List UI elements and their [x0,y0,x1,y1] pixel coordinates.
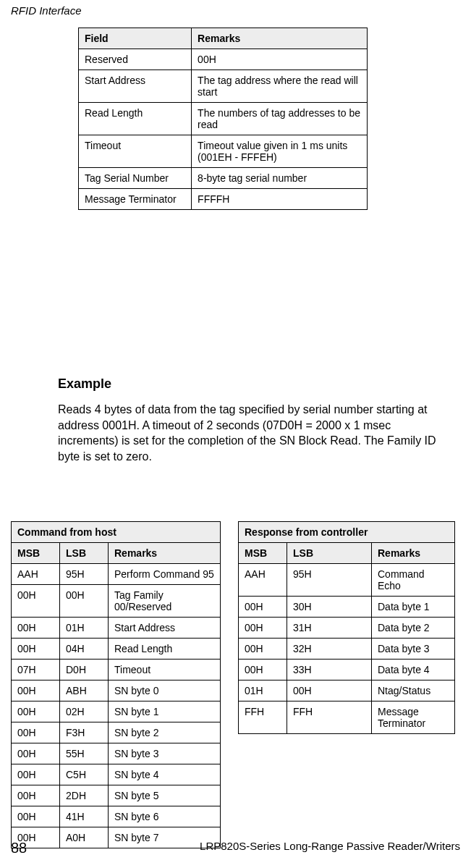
cell: 95H [287,564,372,597]
cell: Data byte 3 [372,639,455,660]
cell: FFH [287,701,372,734]
cell: AAH [239,564,287,597]
table1-cell: Tag Serial Number [79,168,192,189]
cell: Start Address [109,618,221,639]
cell: Tag Family 00/Reserved [109,585,221,618]
cell: 2DH [60,785,109,806]
field-remarks-table: Field Remarks Reserved00H Start AddressT… [78,28,368,210]
table2-header-lsb: LSB [60,543,109,564]
cell: 00H [239,597,287,618]
footer-doc-title: LRP820S-Series Long-Range Passive Reader… [200,840,460,856]
cell: 01H [239,681,287,701]
cell: Timeout [109,660,221,681]
cell: Data byte 1 [372,597,455,618]
table1-cell: Timeout [79,135,192,168]
table-row: 01H00HNtag/Status [239,681,455,701]
table1-cell: Read Length [79,103,192,135]
cell: 55H [60,743,109,764]
response-from-controller-table: Response from controller MSB LSB Remarks… [238,521,455,734]
cell: 00H [12,722,60,743]
table-row: 00HC5HSN byte 4 [12,764,221,785]
cell: Command Echo [372,564,455,597]
page-number: 88 [11,840,27,856]
cell: 32H [287,639,372,660]
example-section: Example Reads 4 bytes of data from the t… [58,376,449,464]
cell: 00H [12,701,60,722]
cell: Read Length [109,639,221,660]
cell: 33H [287,660,372,681]
table-row: 00H30HData byte 1 [239,597,455,618]
table1-cell: 8-byte tag serial number [192,168,368,189]
cell: 00H [12,618,60,639]
table1-header-remarks: Remarks [192,28,368,49]
table-row: Reserved00H [79,49,368,70]
cell: SN byte 5 [109,785,221,806]
table1-cell: The numbers of tag addresses to be read [192,103,368,135]
cell: 00H [12,681,60,701]
cell: 00H [60,585,109,618]
cell: 00H [12,743,60,764]
table2-header-remarks: Remarks [109,543,221,564]
table-row: FFHFFHMessage Terminator [239,701,455,734]
command-from-host-table: Command from host MSB LSB Remarks AAH95H… [11,521,221,848]
cell: 00H [12,806,60,827]
cell: 31H [287,618,372,639]
table3-header-remarks: Remarks [372,543,455,564]
table1-cell: FFFFH [192,189,368,210]
table3-title: Response from controller [239,522,455,543]
cell: Data byte 2 [372,618,455,639]
table-row: 00H41HSN byte 6 [12,806,221,827]
page-footer: 88 LRP820S-Series Long-Range Passive Rea… [11,840,460,856]
cell: Message Terminator [372,701,455,734]
table-row: 00HABHSN byte 0 [12,681,221,701]
cell: D0H [60,660,109,681]
cell: Ntag/Status [372,681,455,701]
table-row: 07HD0HTimeout [12,660,221,681]
cell: SN byte 0 [109,681,221,701]
table-row: AAH95HPerform Command 95 [12,564,221,585]
table-row: 00H04HRead Length [12,639,221,660]
table-row: Start AddressThe tag address where the r… [79,70,368,103]
cell: F3H [60,722,109,743]
cell: Data byte 4 [372,660,455,681]
table-row: TimeoutTimeout value given in 1 ms units… [79,135,368,168]
table3-header-lsb: LSB [287,543,372,564]
cell: 07H [12,660,60,681]
table3-header-msb: MSB [239,543,287,564]
table2-title: Command from host [12,522,221,543]
cell: 02H [60,701,109,722]
cell: ABH [60,681,109,701]
cell: SN byte 6 [109,806,221,827]
table1-cell: 00H [192,49,368,70]
cell: 95H [60,564,109,585]
cell: 30H [287,597,372,618]
cell: 41H [60,806,109,827]
cell: 00H [287,681,372,701]
table-row: 00H31HData byte 2 [239,618,455,639]
table2-header-msb: MSB [12,543,60,564]
table1-cell: Message Terminator [79,189,192,210]
table-row: AAH95HCommand Echo [239,564,455,597]
table1-header-field: Field [79,28,192,49]
cell: 00H [12,585,60,618]
example-body: Reads 4 bytes of data from the tag speci… [58,402,449,464]
cell: 01H [60,618,109,639]
table-row: Read LengthThe numbers of tag addresses … [79,103,368,135]
cell: C5H [60,764,109,785]
cell: 00H [239,639,287,660]
table1-cell: Start Address [79,70,192,103]
table1-cell: Reserved [79,49,192,70]
table-row: 00H01HStart Address [12,618,221,639]
table-row: Message TerminatorFFFFH [79,189,368,210]
table-row: 00H00HTag Family 00/Reserved [12,585,221,618]
cell: 00H [12,764,60,785]
cell: 00H [12,639,60,660]
table-row: 00H55HSN byte 3 [12,743,221,764]
cell: SN byte 3 [109,743,221,764]
table1-cell: The tag address where the read will star… [192,70,368,103]
table-row: Tag Serial Number8-byte tag serial numbe… [79,168,368,189]
table-row: 00HF3HSN byte 2 [12,722,221,743]
running-header: RFID Interface [11,4,82,17]
table-row: 00H33HData byte 4 [239,660,455,681]
table-row: 00H2DHSN byte 5 [12,785,221,806]
